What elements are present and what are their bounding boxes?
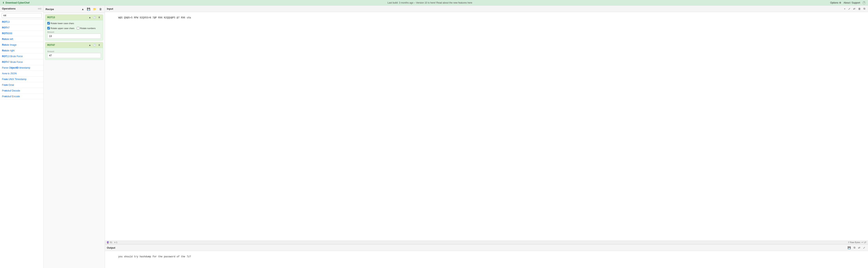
download-icon: ⬇ — [2, 1, 4, 4]
rot47-step-title: ROT47 — [47, 44, 55, 46]
op-item-rotate-right[interactable]: Rotate right — [0, 48, 43, 54]
main-layout: Operations 440 ROT13 ROT47 ROT8000 Rotat… — [0, 5, 868, 268]
op-item-from-unix-timestamp[interactable]: From UNIX Timestamp — [0, 76, 43, 82]
top-banner: ⬇ Download CyberChef Last build: 3 month… — [0, 0, 868, 5]
rotate-uppercase-checkbox[interactable] — [47, 27, 50, 29]
input-header: Input + ⤢ ⇄ 🗑 ⧉ — [105, 5, 868, 12]
op-item-rotate-image[interactable]: Rotate Image — [0, 42, 43, 48]
output-save-button[interactable]: 💾 — [847, 246, 851, 249]
op-item-rot47-brute[interactable]: ROT47 Brute Force — [0, 59, 43, 65]
status-left: 🔮 51 ≡ 1 — [106, 241, 117, 244]
rot13-step-actions: ▲ 🕐 ⏸ — [88, 16, 101, 19]
rot47-step-header: ROT47 ▲ 🕐 ⏸ — [45, 42, 103, 48]
op-item-from-octal[interactable]: From Octal — [0, 82, 43, 88]
output-title: Output — [107, 246, 115, 249]
settings-icon: ⚙ — [839, 1, 841, 4]
rot47-amount-field: Amount — [47, 51, 101, 58]
input-status-bar: 🔮 51 ≡ 1 𝑇 Raw Bytes ↵ LF — [105, 240, 868, 244]
op-item-rot47[interactable]: ROT47 — [0, 25, 43, 31]
output-header: Output 💾 ⧉ ⇄ ⤢ — [105, 244, 868, 251]
recipe-header: Recipe ▲ 💾 📁 🗑 — [43, 5, 105, 13]
op-item-avro-to-json[interactable]: Avro to JSON — [0, 71, 43, 76]
operations-list: ROT13 ROT47 ROT8000 Rotate left Rotate I… — [0, 19, 43, 268]
rot13-amount-label: Amount — [47, 31, 101, 33]
input-maximize-button[interactable]: ⤢ — [847, 7, 851, 11]
recipe-actions: ▲ 💾 📁 🗑 — [81, 7, 103, 11]
lf-label[interactable]: ↵ LF — [862, 241, 866, 244]
rot13-collapse-button[interactable]: ▲ — [88, 16, 92, 19]
recipe-body: ROT13 ▲ 🕐 ⏸ Rotate lower case chars — [43, 13, 105, 268]
input-textarea[interactable]: W@S Q9@S=5 RPW 92Q95S>N 7@P R96 N2QQU@P5… — [105, 12, 868, 240]
output-swap-button[interactable]: ⇄ — [857, 246, 861, 249]
recipe-clear-button[interactable]: 🗑 — [98, 7, 103, 11]
rotate-numbers-label[interactable]: Rotate numbers — [77, 27, 96, 29]
io-panel: Input + ⤢ ⇄ 🗑 ⧉ W@S Q9@S=5 RPW 92Q95S>N … — [105, 5, 868, 268]
rot13-step-title: ROT13 — [47, 16, 55, 19]
rot47-collapse-button[interactable]: ▲ — [88, 43, 92, 47]
op-item-parse-objectid[interactable]: Parse ObjectID timestamp — [0, 65, 43, 71]
recipe-panel: Recipe ▲ 💾 📁 🗑 ROT13 ▲ 🕐 ⏸ — [43, 5, 105, 268]
op-item-protobuf-decode[interactable]: Protobuf Decode — [0, 88, 43, 94]
search-box — [0, 12, 43, 19]
download-link[interactable]: Download CyberChef — [5, 1, 30, 4]
rotate-numbers-checkbox[interactable] — [77, 27, 80, 29]
recipe-title: Recipe — [45, 8, 54, 11]
rot47-amount-input[interactable] — [47, 53, 101, 58]
output-maximize-button[interactable]: ⤢ — [862, 246, 866, 249]
about-support-link[interactable]: About / Support — [844, 1, 860, 4]
options-button[interactable]: Options ⚙ — [830, 1, 841, 4]
banner-right-actions: Options ⚙ About / Support ? — [830, 1, 866, 4]
raw-bytes-toggle[interactable]: 𝑇 Raw Bytes — [848, 241, 860, 244]
output-content: you should try hashdump for the password… — [105, 251, 868, 268]
rot13-disable-button[interactable]: ⏸ — [97, 16, 101, 19]
rot47-disable-button[interactable]: ⏸ — [97, 43, 101, 47]
rot13-step-header: ROT13 ▲ 🕐 ⏸ — [45, 14, 103, 20]
operations-panel: Operations 440 ROT13 ROT47 ROT8000 Rotat… — [0, 5, 43, 268]
status-right: 𝑇 Raw Bytes ↵ LF — [848, 241, 866, 244]
input-clear-button[interactable]: 🗑 — [857, 7, 862, 11]
recipe-open-button[interactable]: 📁 — [92, 7, 97, 11]
build-info: Last build: 3 months ago – Version 10 is… — [388, 1, 472, 4]
operations-title: Operations — [2, 7, 16, 10]
search-input[interactable] — [2, 13, 42, 18]
input-swap-button[interactable]: ⇄ — [852, 7, 856, 11]
rot47-reset-button[interactable]: 🕐 — [92, 43, 97, 47]
download-section[interactable]: ⬇ Download CyberChef — [2, 1, 30, 4]
rot47-step-body: Amount — [45, 48, 103, 60]
input-section: Input + ⤢ ⇄ 🗑 ⧉ W@S Q9@S=5 RPW 92Q95S>N … — [105, 5, 868, 244]
output-actions: 💾 ⧉ ⇄ ⤢ — [847, 246, 866, 249]
output-section: Output 💾 ⧉ ⇄ ⤢ you should try hashdump f… — [105, 244, 868, 268]
rot13-amount-field: Amount — [47, 31, 101, 39]
input-actions: + ⤢ ⇄ 🗑 ⧉ — [843, 7, 866, 11]
rot13-amount-input[interactable] — [47, 34, 101, 39]
rot47-step-actions: ▲ 🕐 ⏸ — [88, 43, 101, 47]
recipe-step-rot47: ROT47 ▲ 🕐 ⏸ Amount — [45, 42, 103, 60]
input-title: Input — [107, 7, 113, 10]
rot13-reset-button[interactable]: 🕐 — [92, 16, 97, 19]
operations-header: Operations 440 — [0, 5, 43, 12]
input-copy-button[interactable]: ⧉ — [863, 7, 866, 11]
rot47-amount-label: Amount — [47, 51, 101, 53]
recipe-save-button[interactable]: 💾 — [86, 7, 91, 11]
operations-count: 440 — [38, 7, 41, 10]
help-icon[interactable]: ? — [863, 1, 866, 4]
rot13-step-body: Rotate lower case chars Rotate upper cas… — [45, 20, 103, 40]
op-item-rot13[interactable]: ROT13 — [0, 19, 43, 25]
input-add-button[interactable]: + — [843, 7, 846, 11]
output-copy-button[interactable]: ⧉ — [853, 246, 856, 249]
rotate-lowercase-checkbox[interactable] — [47, 22, 50, 25]
magic-label: 🔮 51 — [106, 241, 112, 244]
op-item-rot8000[interactable]: ROT8000 — [0, 31, 43, 36]
rotate-lowercase-label[interactable]: Rotate lower case chars — [47, 22, 74, 25]
rot13-checkboxes: Rotate lower case chars Rotate upper cas… — [47, 22, 101, 29]
op-item-rot13-brute[interactable]: ROT13 Brute Force — [0, 54, 43, 59]
line-label: ≡ 1 — [114, 241, 117, 244]
recipe-step-rot13: ROT13 ▲ 🕐 ⏸ Rotate lower case chars — [45, 14, 103, 40]
op-item-protobuf-encode[interactable]: Protobuf Encode — [0, 94, 43, 99]
recipe-collapse-button[interactable]: ▲ — [81, 7, 85, 11]
rotate-uppercase-label[interactable]: Rotate upper case chars — [47, 27, 74, 29]
op-item-rotate-left[interactable]: Rotate left — [0, 36, 43, 42]
